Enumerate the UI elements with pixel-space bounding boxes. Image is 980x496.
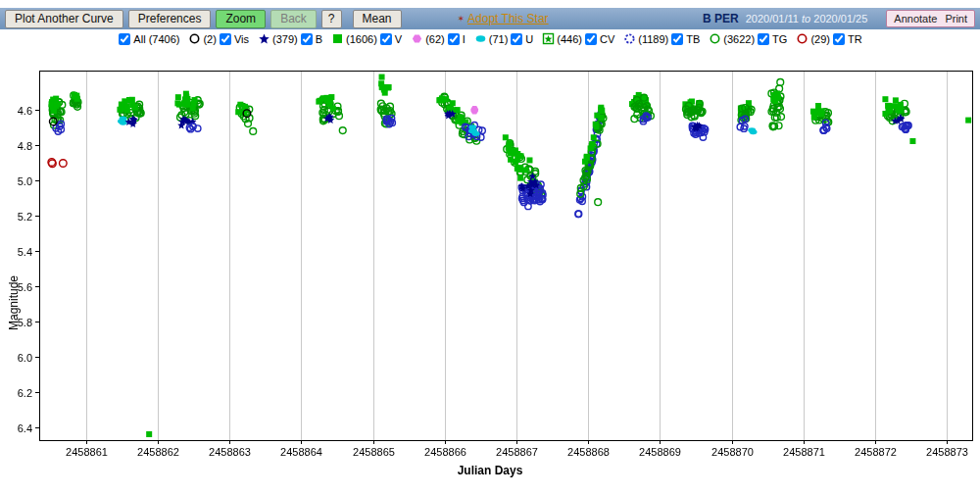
legend-count-TG: (3622)	[723, 33, 755, 45]
date-range: 2020/01/11 to 2020/01/25	[746, 13, 868, 25]
legend-count-Vis: (2)	[203, 33, 216, 45]
legend-item-Vis: (2)Vis	[188, 32, 249, 45]
date-from: 2020/01/11	[746, 13, 799, 25]
legend-checkbox-TB[interactable]	[671, 33, 683, 45]
legend-item-TB: (1189)TB	[623, 32, 700, 45]
legend-label-TR: TR	[848, 33, 862, 45]
legend-checkbox-I[interactable]	[448, 33, 460, 45]
v-band-symbol-icon	[331, 32, 344, 45]
legend-label-U: U	[525, 33, 533, 45]
adopt-star-wrap: ✶ Adopt This Star	[458, 12, 549, 25]
legend-label-All: All (7406)	[133, 33, 179, 45]
legend-item-I: (62)I	[411, 32, 466, 45]
legend-label-V: V	[395, 33, 402, 45]
light-curve-canvas	[0, 55, 980, 496]
legend-count-I: (62)	[425, 33, 445, 45]
legend-item-TR: (29)TR	[796, 32, 861, 45]
annotate-link[interactable]: Annotate	[894, 13, 937, 25]
legend-count-V: (1606)	[346, 33, 377, 45]
legend-item-CV: (446)CV	[542, 32, 614, 45]
legend-item-V: (1606)V	[331, 32, 402, 45]
tg-band-symbol-icon	[709, 32, 721, 45]
annotate-print-box: Annotate Print	[886, 10, 975, 27]
legend-label-CV: CV	[600, 33, 614, 45]
legend-item-all: All (7406)	[118, 33, 179, 45]
legend-count-U: (71)	[489, 33, 509, 45]
y-axis-label: Magnitude	[7, 254, 21, 352]
date-to-word: to	[802, 13, 810, 25]
toolbar: Plot Another Curve Preferences Zoom Back…	[0, 8, 980, 29]
legend-item-TG: (3622)TG	[709, 32, 787, 45]
legend-checkbox-CV[interactable]	[585, 33, 597, 45]
legend-checkbox-All[interactable]	[119, 33, 130, 45]
tr-band-symbol-icon	[796, 32, 808, 45]
legend-checkbox-B[interactable]	[301, 33, 313, 45]
legend-checkbox-TG[interactable]	[758, 33, 769, 45]
u-band-symbol-icon	[474, 32, 487, 45]
legend-count-TR: (29)	[810, 33, 830, 45]
legend-label-TG: TG	[772, 33, 787, 45]
date-to: 2020/01/25	[813, 13, 867, 25]
legend-count-B: (379)	[272, 33, 298, 45]
legend-count-TB: (1189)	[638, 33, 668, 45]
adopt-star-icon: ✶	[458, 14, 466, 24]
legend-checkbox-Vis[interactable]	[220, 33, 231, 45]
legend-row: All (7406)(2)Vis(379)B(1606)V(62)I(71)U(…	[0, 32, 980, 45]
help-button[interactable]: ?	[321, 10, 342, 28]
vis-band-symbol-icon	[188, 32, 201, 45]
b-band-symbol-icon	[258, 32, 270, 45]
preferences-button[interactable]: Preferences	[128, 10, 212, 28]
star-name: B PER	[703, 12, 739, 25]
plot-another-curve-button[interactable]: Plot Another Curve	[5, 10, 123, 28]
tb-band-symbol-icon	[623, 32, 636, 45]
mean-button[interactable]: Mean	[353, 10, 402, 28]
legend-label-TB: TB	[686, 33, 700, 45]
legend-item-U: (71)U	[474, 32, 534, 45]
zoom-button[interactable]: Zoom	[216, 10, 266, 28]
x-axis-label: Julian Days	[0, 464, 980, 477]
legend-label-I: I	[463, 33, 466, 45]
legend-label-Vis: Vis	[234, 33, 249, 45]
star-info: B PER 2020/01/11 to 2020/01/25	[703, 12, 867, 25]
legend-count-CV: (446)	[557, 33, 582, 45]
chart-area: Magnitude Julian Days	[0, 55, 980, 496]
legend-item-B: (379)B	[258, 32, 322, 45]
back-button[interactable]: Back	[270, 10, 317, 28]
legend-checkbox-U[interactable]	[511, 33, 522, 45]
legend-checkbox-V[interactable]	[380, 33, 392, 45]
adopt-this-star-link[interactable]: Adopt This Star	[467, 12, 549, 25]
legend-checkbox-TR[interactable]	[833, 33, 845, 45]
print-link[interactable]: Print	[945, 13, 967, 25]
legend-label-B: B	[316, 33, 322, 45]
i-band-symbol-icon	[411, 32, 423, 45]
cv-band-symbol-icon	[542, 32, 555, 45]
